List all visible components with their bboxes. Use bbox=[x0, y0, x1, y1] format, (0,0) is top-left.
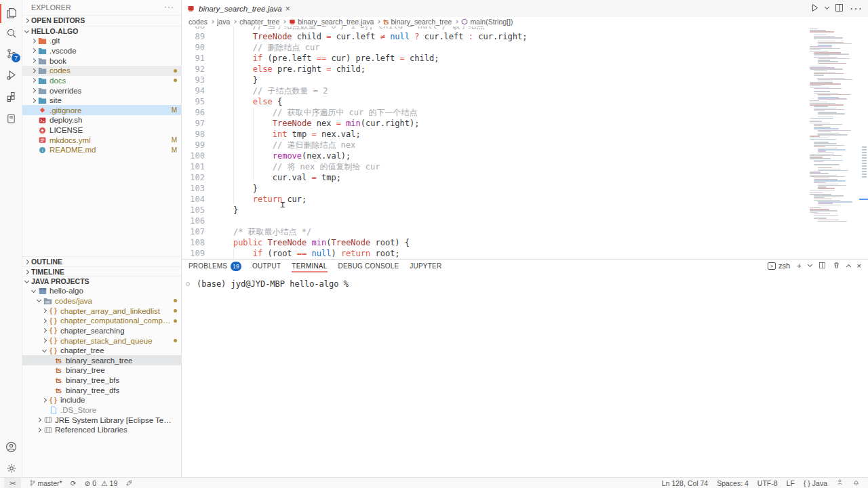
open-editors-section[interactable]: OPEN EDITORS bbox=[22, 15, 181, 25]
explorer-more-actions-icon[interactable]: ··· bbox=[164, 2, 174, 12]
code-line-95[interactable]: 95 else { bbox=[182, 96, 807, 107]
code-line-107[interactable]: 107 /* 获取最小结点 */ bbox=[182, 226, 807, 237]
tab-close-icon[interactable]: × bbox=[285, 4, 290, 14]
search-icon[interactable] bbox=[0, 23, 22, 43]
tree-item-chapter-array-and-linkedlist[interactable]: { }chapter_array_and_linkedlist bbox=[22, 306, 181, 316]
code-line-90[interactable]: 90 // 删除结点 cur bbox=[182, 42, 807, 53]
panel-tab-output[interactable]: OUTPUT bbox=[252, 260, 281, 272]
code-line-99[interactable]: 99 // 递归删除结点 nex bbox=[182, 140, 807, 150]
tree-item-jre-system-library-eclipse-temurin-17-17-[interactable]: JRE System Library [Eclipse Temurin 17 [… bbox=[22, 415, 181, 425]
panel-tab-terminal[interactable]: TERMINAL bbox=[292, 260, 327, 272]
terminal-dropdown-icon[interactable] bbox=[808, 262, 812, 267]
settings-gear-icon[interactable] bbox=[0, 458, 22, 479]
outline-section[interactable]: OUTLINE bbox=[22, 256, 181, 266]
run-dropdown-icon[interactable] bbox=[825, 5, 829, 9]
code-line-89[interactable]: 89 TreeNode child = cur.left ≠ null ? cu… bbox=[182, 31, 807, 42]
tree-item-codes-java[interactable]: codes/java bbox=[22, 296, 181, 306]
notebook-icon[interactable] bbox=[0, 108, 22, 129]
tree-item-license[interactable]: LICENSE bbox=[22, 125, 181, 136]
code-line-105[interactable]: 105 } bbox=[182, 205, 807, 216]
tree-item-overrides[interactable]: overrides bbox=[22, 85, 181, 96]
code-line-103[interactable]: 103 } bbox=[182, 183, 807, 194]
tree-item-site[interactable]: site bbox=[22, 96, 181, 106]
remote-indicator[interactable]: >< bbox=[4, 478, 21, 488]
code-line-100[interactable]: 100 remove(nex.val); bbox=[182, 150, 807, 161]
tree-item-binary-search-tree[interactable]: ʦbinary_search_tree bbox=[22, 355, 181, 365]
tree-item-chapter-stack-and-queue[interactable]: { }chapter_stack_and_queue bbox=[22, 336, 181, 346]
tree-item-mkdocs-yml[interactable]: mkdocs.ymlM bbox=[22, 135, 181, 145]
tree-item-deploy-sh[interactable]: deploy.sh bbox=[22, 115, 181, 125]
panel-tab-jupyter[interactable]: JUPYTER bbox=[410, 260, 441, 272]
code-line-91[interactable]: 91 if (pre.left == cur) pre.left = child… bbox=[182, 53, 807, 64]
overview-ruler[interactable] bbox=[860, 0, 868, 259]
indentation[interactable]: Spaces: 4 bbox=[717, 479, 749, 487]
maximize-panel-icon[interactable] bbox=[846, 264, 851, 269]
breadcrumb-item[interactable]: java bbox=[217, 18, 230, 26]
tree-item--git[interactable]: .git bbox=[22, 36, 181, 46]
code-line-106[interactable]: 106 bbox=[182, 216, 807, 226]
timeline-section[interactable]: TIMELINE bbox=[22, 266, 181, 277]
breadcrumb-item[interactable]: chapter_tree bbox=[239, 18, 279, 26]
code-area[interactable]: 88 // 当子结点数量 = 0 / 1 时, child = null / 该… bbox=[182, 26, 807, 259]
tree-item--vscode[interactable]: .vscode bbox=[22, 46, 181, 56]
cursor-position[interactable]: Ln 128, Col 74 bbox=[662, 479, 708, 487]
run-button[interactable] bbox=[810, 3, 819, 15]
tree-item-chapter-tree[interactable]: { }chapter_tree bbox=[22, 346, 181, 356]
account-icon[interactable] bbox=[0, 436, 22, 457]
tab-binary-search-tree[interactable]: binary_search_tree.java × bbox=[182, 0, 271, 17]
breadcrumb-item[interactable]: ʦbinary_search_tree bbox=[383, 18, 452, 26]
terminal-prompt[interactable]: (base) jyd@JYD-MBP hello-algo % bbox=[197, 279, 349, 289]
code-line-93[interactable]: 93 } bbox=[182, 75, 807, 85]
code-line-98[interactable]: 98 int tmp = nex.val; bbox=[182, 129, 807, 140]
rocket-icon[interactable] bbox=[125, 479, 133, 487]
code-line-109[interactable]: 109 if (root == null) return root; bbox=[182, 248, 807, 259]
close-panel-icon[interactable]: × bbox=[857, 262, 861, 270]
sync-icon[interactable]: ⟳ bbox=[71, 479, 77, 487]
java-projects-section[interactable]: JAVA PROJECTS bbox=[22, 276, 181, 286]
tree-item-binary-tree-dfs[interactable]: ʦbinary_tree_dfs bbox=[22, 385, 181, 395]
split-editor-icon[interactable] bbox=[835, 3, 844, 15]
terminal-profile[interactable]: > zsh bbox=[768, 262, 790, 270]
run-debug-icon[interactable] bbox=[0, 65, 22, 85]
encoding[interactable]: UTF-8 bbox=[757, 479, 778, 487]
git-branch-status[interactable]: master* bbox=[29, 479, 62, 487]
tree-item-chapter-searching[interactable]: { }chapter_searching bbox=[22, 326, 181, 336]
code-line-92[interactable]: 92 else pre.right = child; bbox=[182, 64, 807, 75]
breadcrumb-item[interactable]: binary_search_tree.java bbox=[289, 18, 374, 26]
tree-item-docs[interactable]: docs bbox=[22, 76, 181, 86]
tree-item-hello-algo[interactable]: hello-algo bbox=[22, 286, 181, 296]
eol[interactable]: LF bbox=[787, 479, 795, 487]
code-line-96[interactable]: 96 // 获取中序遍历中 cur 的下一个结点 bbox=[182, 107, 807, 118]
extensions-icon[interactable] bbox=[0, 87, 22, 107]
tree-item--gitignore[interactable]: .gitignoreM bbox=[22, 105, 181, 115]
split-terminal-icon[interactable] bbox=[818, 262, 826, 270]
tree-item--ds-store[interactable]: .DS_Store bbox=[22, 405, 181, 415]
tree-item-binary-tree[interactable]: ʦbinary_tree bbox=[22, 365, 181, 375]
tree-item-codes[interactable]: codes bbox=[22, 66, 181, 76]
panel-tab-debug-console[interactable]: DEBUG CONSOLE bbox=[338, 260, 399, 272]
java-status-icon[interactable] bbox=[836, 479, 844, 487]
workspace-root-section[interactable]: HELLO-ALGO bbox=[22, 26, 181, 36]
problems-status[interactable]: ⊘0 ⚠19 bbox=[85, 479, 118, 487]
language-mode[interactable]: { } Java bbox=[804, 479, 827, 487]
tree-item-include[interactable]: { }include bbox=[22, 395, 181, 405]
code-line-88[interactable]: 88 // 当子结点数量 = 0 / 1 时, child = null / 该… bbox=[182, 26, 807, 31]
code-line-104[interactable]: 104 return cur; bbox=[182, 194, 807, 205]
code-line-108[interactable]: 108 public TreeNode min(TreeNode root) { bbox=[182, 237, 807, 248]
new-terminal-icon[interactable]: + bbox=[797, 262, 801, 270]
tree-item-referenced-libraries[interactable]: Referenced Libraries bbox=[22, 425, 181, 435]
explorer-icon[interactable] bbox=[0, 3, 22, 23]
tree-item-binary-tree-bfs[interactable]: ʦbinary_tree_bfs bbox=[22, 375, 181, 386]
breadcrumb-item[interactable]: codes bbox=[189, 18, 208, 26]
panel-tab-problems[interactable]: PROBLEMS19 bbox=[189, 260, 241, 272]
source-control-icon[interactable]: 7 bbox=[0, 43, 22, 64]
code-line-102[interactable]: 102 cur.val = tmp; bbox=[182, 172, 807, 183]
kill-terminal-icon[interactable] bbox=[833, 261, 840, 270]
minimap[interactable] bbox=[807, 26, 860, 259]
breadcrumb-item[interactable]: main(String[]) bbox=[461, 18, 513, 26]
code-line-101[interactable]: 101 // 将 nex 的值复制给 cur bbox=[182, 161, 807, 172]
code-line-97[interactable]: 97 TreeNode nex = min(cur.right); bbox=[182, 118, 807, 129]
tree-item-readme-md[interactable]: iREADME.mdM bbox=[22, 145, 181, 155]
code-line-94[interactable]: 94 // 子结点数量 = 2 bbox=[182, 85, 807, 96]
tree-item-book[interactable]: book bbox=[22, 56, 181, 66]
